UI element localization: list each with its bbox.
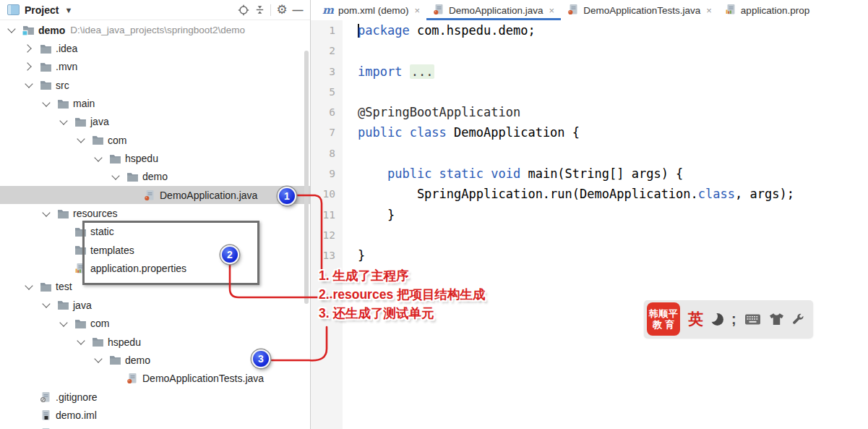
tree-item-label: DemoApplication.java — [160, 190, 257, 201]
tree-item-demoapplication.java[interactable]: DemoApplication.java — [0, 186, 310, 204]
close-icon[interactable]: × — [549, 5, 555, 16]
tree-item-resources[interactable]: resources — [0, 204, 310, 222]
tab-application.prop[interactable]: application.prop — [718, 0, 816, 20]
close-icon[interactable]: × — [706, 5, 712, 16]
chevron-right-icon[interactable] — [23, 44, 31, 52]
chevron-right-icon[interactable] — [23, 63, 31, 71]
folder-icon — [74, 116, 90, 127]
settings-gear-icon[interactable]: ⚙ — [274, 2, 290, 18]
line-number: 3 — [311, 61, 343, 82]
tree-item-partial[interactable] — [0, 425, 310, 429]
chevron-down-icon[interactable] — [42, 300, 50, 308]
folder-icon — [109, 153, 124, 164]
locate-icon[interactable] — [236, 2, 252, 18]
tree-item-label: demo — [38, 25, 65, 36]
tree-item-label: resources — [73, 208, 117, 219]
tshirt-icon[interactable] — [769, 313, 784, 326]
code-line-7: public class DemoApplication { — [343, 122, 868, 143]
tab-demoapplicationtests.java[interactable]: DemoApplicationTests.java× — [561, 0, 718, 20]
project-path: D:\idea_java_projects\springboot2\demo — [70, 25, 245, 35]
folder-icon — [40, 61, 55, 72]
line-number: 7 — [311, 122, 343, 143]
code-line-6: @SpringBootApplication — [343, 102, 868, 122]
project-tool-window-icon — [7, 4, 20, 15]
line-number: 11 — [311, 205, 343, 225]
punctuation-toggle[interactable]: ; — [731, 311, 736, 328]
tab-demoapplication.java[interactable]: DemoApplication.java× — [426, 0, 561, 20]
moon-icon[interactable] — [711, 313, 723, 326]
editor-surface[interactable]: package com.hspedu.demo;import ...@Sprin… — [343, 20, 868, 429]
tree-item-hspedu[interactable]: hspedu — [0, 149, 310, 167]
tab-label: application.prop — [741, 5, 809, 16]
line-number: 5 — [311, 82, 343, 102]
tree-item-.idea[interactable]: .idea — [0, 39, 310, 57]
tree-item-java[interactable]: java — [0, 296, 310, 314]
tree-item-src[interactable]: src — [0, 76, 310, 94]
java-class-icon — [567, 4, 579, 17]
wrench-icon[interactable] — [792, 313, 804, 326]
chevron-down-icon[interactable] — [94, 355, 102, 363]
hide-panel-icon[interactable]: — — [290, 2, 306, 18]
close-icon[interactable]: × — [414, 5, 420, 16]
tree-item-demo.iml[interactable]: demo.iml — [0, 406, 310, 424]
chevron-down-icon[interactable] — [7, 25, 15, 33]
chevron-down-icon[interactable] — [25, 281, 33, 289]
tree-item-demoapplicationtests.java[interactable]: DemoApplicationTests.java — [0, 370, 310, 388]
maven-icon: m — [322, 4, 334, 17]
folder-icon — [74, 226, 90, 237]
tree-item-.gitignore[interactable]: .gitignore — [0, 388, 310, 406]
tree-item-label: com — [108, 135, 126, 146]
ime-toolbar: 韩顺平 教育 英 ; — [644, 300, 813, 338]
project-panel-scrollbar[interactable] — [304, 51, 309, 304]
chevron-down-icon[interactable] — [111, 171, 119, 179]
chevron-down-icon[interactable] — [77, 336, 85, 344]
project-view-selector[interactable]: Project ▼ — [7, 4, 72, 16]
tab-label: DemoApplicationTests.java — [583, 5, 700, 16]
tree-item-label: demo — [125, 354, 150, 366]
tree-item-label: application.properties — [90, 263, 186, 274]
tree-item-java[interactable]: java — [0, 113, 310, 131]
tree-item-com[interactable]: com — [0, 131, 310, 149]
folder-icon — [74, 245, 90, 255]
tree-item-static[interactable]: static — [0, 223, 310, 241]
tree-item-hspedu[interactable]: hspedu — [0, 333, 310, 351]
gitignore-icon — [40, 391, 55, 403]
language-toggle[interactable]: 英 — [688, 309, 703, 329]
tree-item-com[interactable]: com — [0, 315, 310, 333]
chevron-down-icon[interactable] — [25, 80, 33, 88]
chevron-down-icon[interactable] — [94, 153, 102, 161]
chevron-down-icon[interactable] — [42, 98, 50, 106]
keyboard-icon[interactable] — [744, 314, 761, 325]
tree-item-label: test — [56, 281, 72, 292]
collapse-all-icon[interactable] — [252, 2, 267, 18]
annotation-notes: 1. 生成了主程序 2. resources 把项目结构生成 3. 还生成了测试… — [319, 266, 485, 323]
tree-item-label: java — [73, 300, 92, 311]
code-line-5 — [343, 82, 868, 102]
folder-icon — [40, 80, 55, 90]
line-number: 12 — [311, 225, 343, 245]
folder-icon — [40, 281, 55, 292]
chevron-down-icon[interactable] — [42, 208, 50, 216]
tree-item-label: java — [90, 116, 109, 127]
annotation-note-3: 3. 还生成了测试单元 — [319, 304, 485, 323]
tree-item-label: templates — [90, 245, 134, 256]
tree-item-.mvn[interactable]: .mvn — [0, 58, 310, 76]
project-panel-header: Project ▼ ⚙ — — [0, 0, 310, 20]
tree-item-label: src — [56, 80, 69, 91]
tree-item-test[interactable]: test — [0, 278, 310, 296]
folder-icon — [57, 98, 72, 109]
chevron-down-icon[interactable] — [59, 116, 67, 124]
tab-pom.xml-demo-[interactable]: mpom.xml (demo)× — [316, 0, 426, 20]
tree-item-demo[interactable]: demoD:\idea_java_projects\springboot2\de… — [0, 21, 310, 39]
chevron-down-icon[interactable] — [59, 318, 67, 326]
tree-item-main[interactable]: main — [0, 94, 310, 112]
tree-item-templates[interactable]: templates — [0, 241, 310, 259]
tree-item-application.properties[interactable]: application.properties — [0, 259, 310, 277]
tree-item-demo[interactable]: demo — [0, 168, 310, 186]
chevron-down-icon[interactable] — [77, 135, 85, 143]
code-line-13: } — [343, 245, 868, 266]
line-number: 2 — [311, 41, 343, 61]
code-line-12 — [343, 225, 868, 245]
java-class-icon — [144, 190, 159, 201]
dropdown-caret-icon: ▼ — [64, 6, 72, 14]
